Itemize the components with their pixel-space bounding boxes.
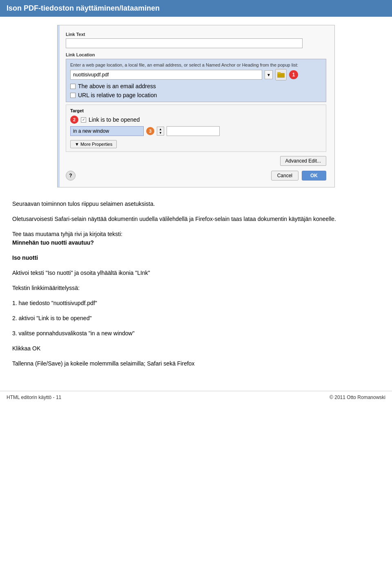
instruction1: 1. hae tiedosto "nuottisivupdf.pdf" bbox=[12, 299, 380, 308]
badge-3: 3 bbox=[146, 127, 154, 135]
url-browse-button[interactable] bbox=[275, 69, 287, 80]
content-area: Seuraavan toiminnon tulos riippuu selaim… bbox=[0, 200, 392, 383]
in-new-window-input[interactable] bbox=[70, 126, 144, 136]
dialog-action-buttons: Cancel OK bbox=[271, 171, 326, 181]
url-input[interactable] bbox=[70, 70, 262, 80]
para3: Tee taas muutama tyhjä rivi ja kirjoita … bbox=[12, 230, 380, 247]
link-opened-checkbox[interactable]: ✓ bbox=[81, 117, 86, 123]
relative-checkbox-label: URL is relative to page location bbox=[78, 92, 157, 98]
ok-button[interactable]: OK bbox=[302, 171, 326, 181]
link-text-input[interactable] bbox=[66, 38, 303, 48]
target-checkbox-row: 2 ✓ Link is to be opened bbox=[70, 116, 322, 124]
email-checkbox-label: The above is an email address bbox=[78, 83, 156, 89]
email-checkbox-row: The above is an email address bbox=[70, 83, 322, 89]
link-text-section: Link Text bbox=[66, 32, 326, 48]
page-header: Ison PDF-tiedoston näyttäminen/lataamine… bbox=[0, 0, 392, 17]
email-checkbox[interactable] bbox=[70, 84, 76, 89]
link-location-section: Link Location Enter a web page location,… bbox=[66, 52, 326, 102]
para2: Oletusarvoisesti Safari-selain näyttää d… bbox=[12, 215, 380, 223]
para1: Seuraavan toiminnon tulos riippuu selaim… bbox=[12, 200, 380, 208]
page-title: Ison PDF-tiedoston näyttäminen/lataamine… bbox=[7, 4, 160, 12]
badge-2: 2 bbox=[70, 116, 78, 124]
para4-text: Aktivoi teksti "Iso nuotti" ja osoita yl… bbox=[12, 269, 380, 277]
dialog-bottom-row: ? Cancel OK bbox=[66, 171, 326, 181]
instruction3: 3. valitse ponnahdusvalikosta "in a new … bbox=[12, 329, 380, 338]
svg-rect-1 bbox=[277, 72, 281, 74]
instructions-label: Tekstin linkkimäärittelyssä: bbox=[12, 284, 380, 292]
more-props-btn[interactable]: ▼ More Properties bbox=[70, 140, 117, 148]
para5: Tallenna (File/Save) ja kokeile molemmil… bbox=[12, 359, 380, 368]
spinner-button[interactable]: ▲ ▼ bbox=[157, 127, 164, 136]
page-footer: HTML editorin käyttö - 11 © 2011 Otto Ro… bbox=[0, 391, 392, 403]
para3-bold: Minnehän tuo nuotti avautuu? bbox=[12, 239, 94, 246]
advanced-edit-button[interactable]: Advanced Edit... bbox=[280, 156, 326, 166]
relative-checkbox[interactable] bbox=[70, 93, 76, 98]
relative-checkbox-row: URL is relative to page location bbox=[70, 92, 322, 98]
url-dropdown-button[interactable]: ▼ bbox=[265, 70, 273, 79]
para4-heading: Iso nuotti bbox=[12, 254, 380, 262]
iso-nuotti-heading: Iso nuotti bbox=[12, 254, 38, 261]
more-properties-button[interactable]: ▼ More Properties bbox=[70, 138, 322, 148]
footer-left: HTML editorin käyttö - 11 bbox=[7, 395, 61, 400]
badge-1: 1 bbox=[289, 70, 298, 79]
target-section: Target 2 ✓ Link is to be opened 3 ▲ ▼ bbox=[66, 105, 326, 152]
link-opened-label: Link is to be opened bbox=[89, 116, 140, 123]
target-window-row: 3 ▲ ▼ bbox=[70, 126, 322, 136]
target-extra-input[interactable] bbox=[167, 126, 220, 136]
cancel-button[interactable]: Cancel bbox=[271, 171, 298, 181]
footer-right: © 2011 Otto Romanowski bbox=[330, 395, 385, 400]
instruction2: 2. aktivoi "Link is to be opened" bbox=[12, 314, 380, 323]
help-button[interactable]: ? bbox=[66, 171, 76, 181]
instruction4: Klikkaa OK bbox=[12, 344, 380, 353]
para3-intro: Tee taas muutama tyhjä rivi ja kirjoita … bbox=[12, 231, 122, 237]
link-text-label: Link Text bbox=[66, 32, 326, 37]
link-location-hint: Enter a web page location, a local file,… bbox=[70, 62, 299, 67]
link-location-label: Link Location bbox=[66, 52, 326, 57]
target-label: Target bbox=[70, 108, 322, 113]
